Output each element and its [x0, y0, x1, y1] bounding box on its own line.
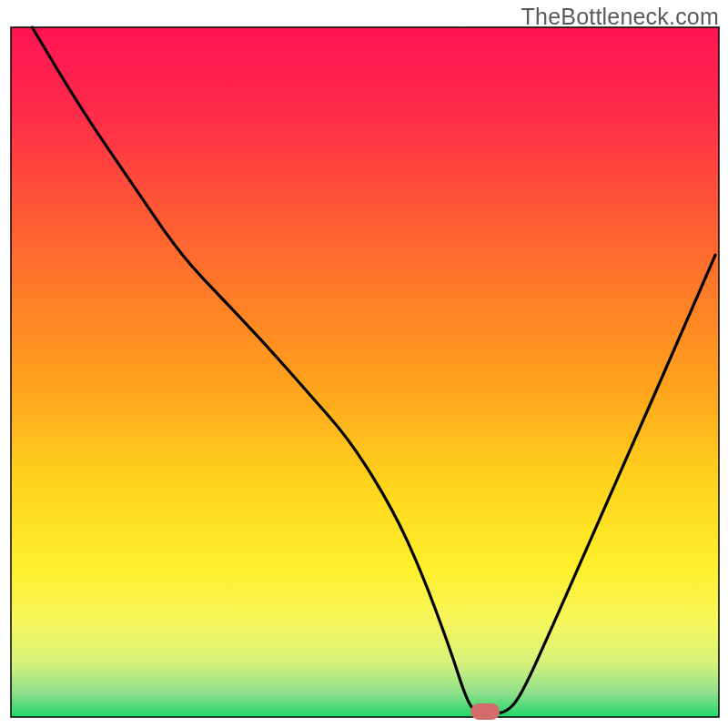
watermark-text: TheBottleneck.com	[521, 4, 719, 30]
optimal-point-marker	[470, 703, 500, 720]
plot-background	[11, 27, 719, 717]
bottleneck-chart	[0, 0, 728, 728]
chart-container: TheBottleneck.com	[0, 0, 728, 728]
